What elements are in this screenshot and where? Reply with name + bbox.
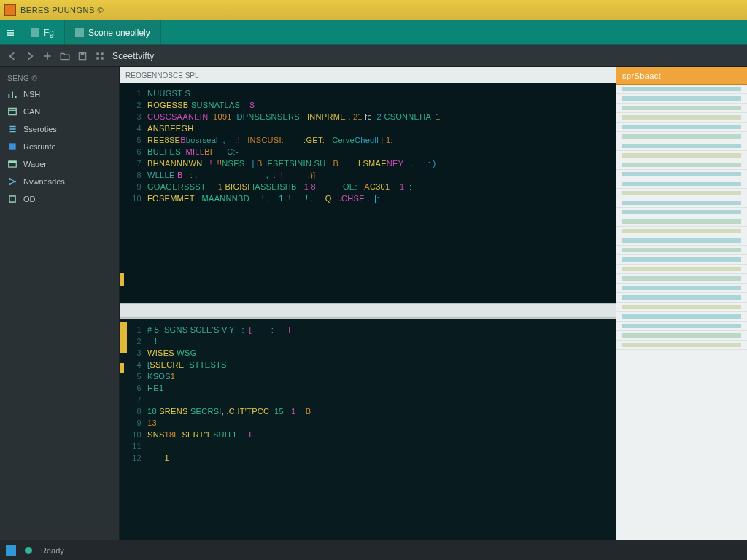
sidebar-item-can[interactable]: CAN [0, 103, 119, 120]
outline-item[interactable] [616, 170, 747, 179]
outline-item[interactable] [616, 303, 747, 312]
outline-item-bar [622, 343, 741, 347]
outline-item[interactable] [616, 331, 747, 341]
statusbar-app-icon[interactable] [6, 545, 16, 556]
statusbar: Ready [0, 540, 747, 560]
outline-item-bar [622, 276, 741, 281]
sidebar-item-label: Wauer [23, 160, 47, 168]
outline-item-bar [622, 295, 741, 300]
outline-item[interactable] [616, 104, 747, 113]
app-icon [4, 4, 16, 16]
tree-icon [7, 176, 18, 187]
right-panel-title: sprSbaact [622, 71, 661, 80]
window-icon [7, 159, 18, 169]
outline-item-bar [622, 182, 741, 186]
outline-item[interactable] [616, 246, 747, 255]
square-icon [7, 194, 18, 204]
tab-0[interactable]: Fg [20, 20, 65, 44]
tabbar-menu-button[interactable] [0, 20, 20, 44]
svg-rect-7 [96, 57, 99, 60]
editor-area: REOGENNOSCE SPL 1NUUGST S2ROGESSB SUSNAT… [120, 67, 616, 540]
breadcrumb: Sceettvifty [112, 51, 155, 61]
svg-rect-5 [96, 52, 99, 55]
outline-item[interactable] [616, 284, 747, 293]
forward-icon[interactable] [25, 51, 35, 61]
outline-item[interactable] [616, 198, 747, 208]
back-icon[interactable] [7, 51, 18, 61]
outline-item[interactable] [616, 312, 747, 322]
gutter-change-mark [120, 273, 124, 286]
outline-item[interactable] [616, 189, 747, 198]
grid-icon[interactable] [95, 51, 105, 61]
outline-item-bar [622, 115, 741, 120]
tab-label: Fg [44, 28, 54, 38]
svg-rect-8 [101, 57, 104, 60]
svg-rect-1 [7, 32, 14, 34]
outline-item-bar [622, 333, 741, 338]
outline-item[interactable] [616, 132, 747, 141]
sidebar-item-label: NSH [23, 90, 40, 98]
outline-item-bar [622, 324, 741, 328]
statusbar-text: Ready [41, 546, 64, 555]
outline-item-bar [622, 267, 741, 271]
editor-pane-bottom[interactable]: 1# 5 SGNS SCLE'S V'Y : [ : :I2 !3WISES W… [120, 318, 616, 540]
tab-label: Scone oneollely [88, 28, 150, 38]
sidebar-item-resrunte[interactable]: Resrunte [0, 138, 119, 155]
sidebar-item-sseroties[interactable]: Sseroties [0, 120, 119, 138]
sidebar-item-wauer[interactable]: Wauer [0, 155, 119, 173]
outline-item-bar [622, 134, 741, 139]
outline-item[interactable] [616, 141, 747, 151]
outline-item[interactable] [616, 274, 747, 284]
outline-item[interactable] [616, 265, 747, 274]
panel-icon [7, 106, 18, 117]
outline-item[interactable] [616, 227, 747, 236]
outline-item-bar [622, 87, 741, 91]
sidebar-section-head: SENG © [0, 71, 119, 85]
outline-item-bar [622, 191, 741, 195]
svg-rect-9 [9, 108, 17, 114]
file-icon [75, 28, 84, 37]
editor-splitter[interactable] [120, 303, 616, 318]
sidebar-item-nvwnesdes[interactable]: Nvwnesdes [0, 173, 119, 190]
outline-item[interactable] [616, 160, 747, 170]
list-icon [7, 124, 18, 134]
outline-item[interactable] [616, 179, 747, 189]
file-icon [31, 28, 39, 37]
sidebar-item-od[interactable]: OD [0, 190, 119, 208]
outline-item[interactable] [616, 94, 747, 104]
tabbar: FgScone oneollely [0, 20, 747, 45]
outline-item-bar [622, 238, 741, 243]
sidebar-item-nsh[interactable]: NSH [0, 85, 119, 103]
statusbar-status-dot [25, 547, 32, 554]
outline-item[interactable] [616, 208, 747, 217]
right-panel: sprSbaact [616, 67, 747, 540]
module-icon [7, 141, 18, 152]
right-panel-list [616, 85, 747, 540]
tab-1[interactable]: Scone oneollely [65, 20, 161, 44]
folder-icon[interactable] [60, 51, 70, 61]
outline-item[interactable] [616, 322, 747, 331]
editor-pane-top[interactable]: 1NUUGST S2ROGESSB SUSNATLAS $3COSCSAANEI… [120, 83, 616, 303]
svg-rect-0 [7, 30, 14, 31]
outline-item[interactable] [616, 85, 747, 94]
plus-icon[interactable] [42, 51, 53, 61]
outline-item[interactable] [616, 151, 747, 160]
save-icon[interactable] [77, 51, 88, 61]
outline-item-bar [622, 305, 741, 309]
outline-item[interactable] [616, 122, 747, 132]
outline-item[interactable] [616, 236, 747, 246]
chart-icon [7, 89, 18, 99]
sidebar-item-label: Sseroties [23, 125, 57, 133]
right-panel-header: sprSbaact [616, 67, 747, 85]
editor-path-strip: REOGENNOSCE SPL [120, 67, 616, 83]
outline-item[interactable] [616, 341, 747, 350]
outline-item[interactable] [616, 113, 747, 122]
sidebar-item-label: OD [23, 195, 36, 203]
outline-item-bar [622, 201, 741, 205]
outline-item-bar [622, 219, 741, 224]
sidebar-section-label: SENG © [7, 74, 38, 82]
outline-item[interactable] [616, 217, 747, 227]
outline-item[interactable] [616, 293, 747, 303]
outline-item-bar [622, 144, 741, 148]
outline-item[interactable] [616, 255, 747, 265]
